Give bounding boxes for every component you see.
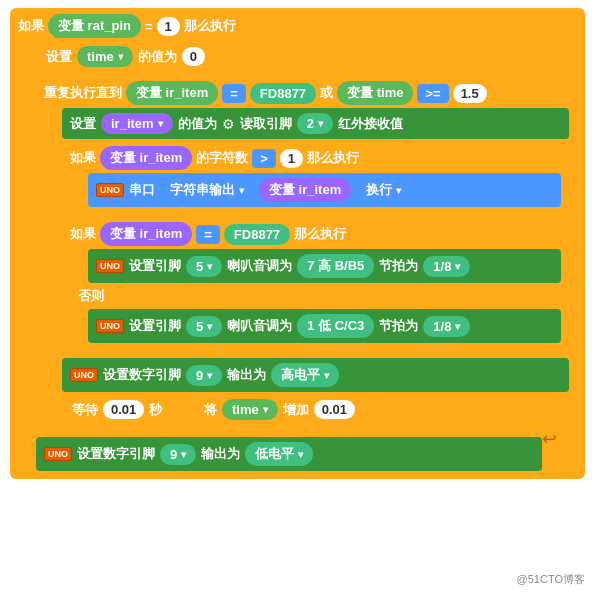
serial-output-type[interactable]: 字符串输出 ▾ [160,178,254,202]
buzzer1-tone-label: 喇叭音调为 [227,257,292,275]
val-0: 0 [182,47,205,66]
pin9-dropdown-h[interactable]: ▾ [207,370,212,381]
buzzer1-block: UNO 设置引脚 5 ▾ 喇叭音调为 7 高 B/B5 节拍为 1/8 ▾ [88,249,561,283]
set-time-block: 设置 time ▾ 的值为 0 [36,41,215,72]
serial-block: UNO 串口 字符串输出 ▾ 变量 ir_item 换行 ▾ [88,173,561,207]
ir-item-dropdown[interactable]: ▾ [158,118,163,129]
add-label2: 增加 [283,401,309,419]
set-ir-value-label: 的值为 [178,115,217,133]
pin-dropdown[interactable]: ▾ [318,118,323,129]
wait-label2: 秒 [149,401,162,419]
gt-op: > [252,149,276,168]
add-time-block: 将 time ▾ 增加 0.01 [194,394,365,425]
uno-badge-pin9h: UNO [70,368,98,383]
time-add-dropdown[interactable]: ▾ [263,404,268,415]
beat-val-2[interactable]: 1/8 ▾ [423,316,470,337]
eq-op-3: = [196,225,220,244]
pin-5-buzzer2[interactable]: 5 ▾ [186,316,222,337]
set-ir-label: 设置 [70,115,96,133]
var-ir-serial[interactable]: 变量 ir_item [259,178,351,202]
val-1-if2: 1 [280,149,303,168]
uno-badge-pin9l: UNO [44,447,72,462]
set-label: 设置 [46,48,72,66]
loop-condition-row: 重复执行直到 变量 ir_item = FD8877 或 变量 time >= … [44,81,569,105]
note-high[interactable]: 7 高 B/B5 [297,254,374,278]
pin-9-high[interactable]: 9 ▾ [186,365,222,386]
if-block-3: 如果 变量 ir_item = FD8877 那么执行 UNO 设置引脚 5 ▾… [62,217,569,350]
wait-block: 等待 0.01 秒 [62,395,172,424]
output-dropdown[interactable]: ▾ [239,185,244,196]
newline-dropdown[interactable]: ▾ [396,185,401,196]
pin9h-label1: 设置数字引脚 [103,366,181,384]
beat-val-1[interactable]: 1/8 ▾ [423,256,470,277]
buzzer2-set-label: 设置引脚 [129,317,181,335]
uno-badge-buzzer1: UNO [96,259,124,274]
pin9l-label1: 设置数字引脚 [77,445,155,463]
loop-block: 重复执行直到 变量 ir_item = FD8877 或 变量 time >= … [36,75,577,434]
pin9l-label2: 输出为 [201,445,240,463]
eq-op: = [222,84,246,103]
if-label-2: 如果 [70,149,96,167]
beat-dropdown1[interactable]: ▾ [455,261,460,272]
read-pin-label: 读取引脚 [240,115,292,133]
gte-op: >= [417,84,448,103]
beat-dropdown2[interactable]: ▾ [455,321,460,332]
gear-icon: ⚙ [222,116,235,132]
pin5-dropdown2[interactable]: ▾ [207,321,212,332]
buzzer2-tone-label: 喇叭音调为 [227,317,292,335]
val-1: 1 [157,17,180,36]
if-condition-row-2: 如果 变量 ir_item 的字符数 > 1 那么执行 [70,146,561,170]
high-level[interactable]: 高电平 ▾ [271,363,339,387]
level-dropdown-l[interactable]: ▾ [298,449,303,460]
time-dropdown[interactable]: ▾ [118,51,123,62]
wait-val: 0.01 [103,400,144,419]
else-row: 否则 [70,285,561,307]
var-ir-if3[interactable]: 变量 ir_item [100,222,192,246]
pin-9-low[interactable]: 9 ▾ [160,444,196,465]
set-pin9-low-block: UNO 设置数字引脚 9 ▾ 输出为 低电平 ▾ [36,437,542,471]
pin9h-label2: 输出为 [227,366,266,384]
newline-btn[interactable]: 换行 ▾ [356,178,411,202]
else-label: 否则 [78,286,104,305]
set-ir-block: 设置 ir_item ▾ 的值为 ⚙ 读取引脚 2 ▾ 红外接收值 [62,108,569,139]
add-val: 0.01 [314,400,355,419]
if-label-3: 如果 [70,225,96,243]
then-label-2: 那么执行 [307,149,359,167]
if-block-1: 如果 变量 rat_pin = 1 那么执行 设置 time ▾ 的值为 0 重… [10,8,585,479]
var-ir-if2[interactable]: 变量 ir_item [100,146,192,170]
low-level[interactable]: 低电平 ▾ [245,442,313,466]
buzzer1-set-label: 设置引脚 [129,257,181,275]
var-ir-item-set[interactable]: ir_item ▾ [101,113,173,134]
set-pin9-high-block: UNO 设置数字引脚 9 ▾ 输出为 高电平 ▾ [62,358,569,392]
beat-label-2: 节拍为 [379,317,418,335]
val-fd-loop[interactable]: FD8877 [250,83,316,104]
uno-badge-serial: UNO [96,183,124,198]
pin9-dropdown-l[interactable]: ▾ [181,449,186,460]
pin5-dropdown1[interactable]: ▾ [207,261,212,272]
loop-label: 重复执行直到 [44,84,122,102]
note-low[interactable]: 1 低 C/C3 [297,314,374,338]
if-condition-row-1: 如果 变量 rat_pin = 1 那么执行 [18,14,577,38]
pin-2[interactable]: 2 ▾ [297,113,333,134]
var-rat-pin[interactable]: 变量 rat_pin [48,14,141,38]
then-label-3: 那么执行 [294,225,346,243]
watermark: @51CTO博客 [517,572,585,587]
var-time-set[interactable]: time ▾ [77,46,133,67]
serial-label: 串口 [129,181,155,199]
set-value-label: 的值为 [138,48,177,66]
main-canvas: 如果 变量 rat_pin = 1 那么执行 设置 time ▾ 的值为 0 重… [0,0,595,593]
pin-5-buzzer1[interactable]: 5 ▾ [186,256,222,277]
var-time-add[interactable]: time ▾ [222,399,278,420]
eq-label-1: = [145,19,153,34]
char-count-label: 的字符数 [196,149,248,167]
buzzer2-block: UNO 设置引脚 5 ▾ 喇叭音调为 1 低 C/C3 节拍为 1/8 ▾ [88,309,561,343]
var-ir-loop[interactable]: 变量 ir_item [126,81,218,105]
beat-label-1: 节拍为 [379,257,418,275]
ir-value-label: 红外接收值 [338,115,403,133]
if-label-1: 如果 [18,17,44,35]
add-label1: 将 [204,401,217,419]
val-fd-if3[interactable]: FD8877 [224,224,290,245]
level-dropdown-h[interactable]: ▾ [324,370,329,381]
uno-badge-buzzer2: UNO [96,319,124,334]
var-time-loop[interactable]: 变量 time [337,81,413,105]
